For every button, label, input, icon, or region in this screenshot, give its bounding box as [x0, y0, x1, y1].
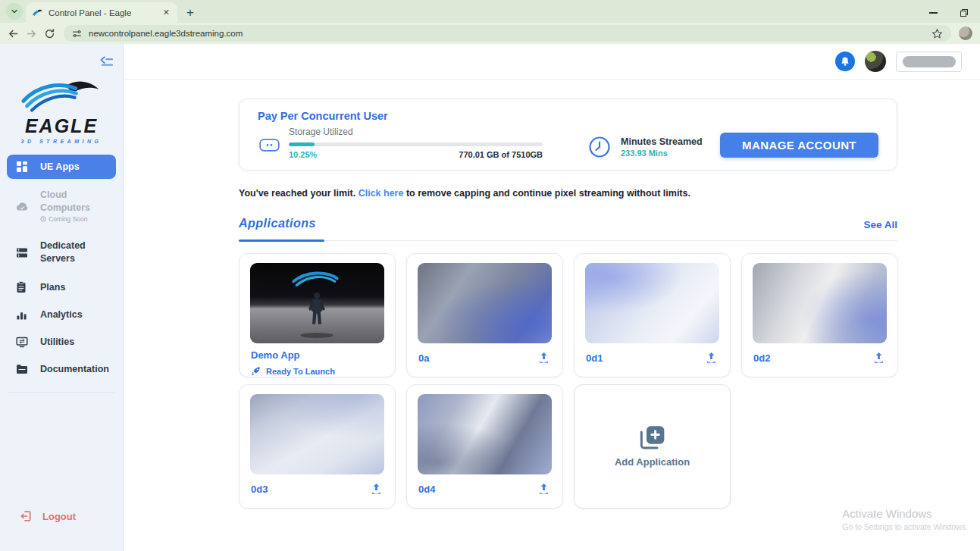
upload-icon[interactable]: [537, 352, 550, 364]
sidebar-item-label: Plans: [40, 282, 65, 293]
logo-subtitle: 3D STREAMING: [0, 139, 123, 144]
collapse-menu-icon: [100, 56, 113, 67]
sidebar-item-plans[interactable]: Plans: [7, 275, 116, 299]
app-thumbnail: [250, 394, 384, 474]
utilities-monitor-icon: [16, 337, 29, 348]
billing-card: Pay Per Concurrent User Storage Utilized…: [239, 99, 897, 171]
watermark-line1: Activate Windows: [842, 507, 968, 520]
app-name: Demo App: [251, 349, 384, 361]
limit-notice-suffix: to remove capping and continue pixel str…: [403, 188, 690, 199]
tab-search-button[interactable]: [6, 3, 23, 20]
app-name: 0d1: [586, 352, 603, 364]
limit-notice: You've reached your limit. Click here to…: [239, 188, 897, 199]
sidebar-item-documentation[interactable]: Documentation: [7, 358, 116, 380]
eagle-favicon-icon: [32, 8, 43, 17]
app-name: 0d2: [753, 352, 770, 364]
bookmark-star-icon[interactable]: [931, 28, 943, 39]
remove-capping-link[interactable]: Click here: [358, 188, 404, 199]
chevron-down-icon: [10, 7, 19, 16]
upload-icon[interactable]: [705, 352, 718, 364]
sidebar-item-cloud-computers[interactable]: Cloud Computers Coming Soon: [7, 183, 116, 230]
url-text: newcontrolpanel.eagle3dstreaming.com: [89, 29, 925, 38]
browser-tab[interactable]: Control Panel - Eagle ✕: [26, 2, 177, 23]
sidebar-item-label: Documentation: [40, 364, 109, 374]
sidebar-collapse-button[interactable]: [100, 56, 113, 70]
app-card-demo-app[interactable]: Demo App Ready To Launch: [239, 253, 396, 377]
new-tab-button[interactable]: +: [186, 6, 194, 19]
user-avatar[interactable]: [865, 51, 886, 72]
storage-usage-block: Storage Utilized 10.25% 770.01 GB of 751…: [289, 127, 543, 159]
upload-icon[interactable]: [370, 483, 383, 495]
window-controls: [929, 9, 980, 23]
storage-label: Storage Utilized: [289, 127, 543, 137]
storage-progress-fill: [289, 142, 315, 146]
forward-button[interactable]: [24, 27, 38, 40]
window-restore-button[interactable]: [960, 9, 968, 17]
app-name: 0d4: [418, 484, 435, 495]
watermark-line2: Go to Settings to activate Windows.: [842, 522, 968, 531]
storage-percent: 10.25%: [289, 150, 317, 159]
tab-close-icon[interactable]: ✕: [161, 8, 171, 17]
sidebar-item-label: Cloud Computers: [40, 189, 90, 213]
app-thumbnail: [418, 263, 552, 343]
applications-grid: Demo App Ready To Launch 0a: [239, 253, 897, 509]
window-minimize-button[interactable]: [929, 12, 938, 14]
activate-windows-watermark: Activate Windows Go to Settings to activ…: [842, 507, 968, 531]
notifications-button[interactable]: [835, 52, 855, 71]
app-card-0d4[interactable]: 0d4: [406, 384, 563, 509]
reload-button[interactable]: [42, 27, 56, 40]
logout-label: Logout: [42, 511, 76, 522]
url-bar[interactable]: newcontrolpanel.eagle3dstreaming.com: [64, 25, 951, 42]
sidebar-item-label: Dedicated Servers: [40, 239, 105, 265]
see-all-link[interactable]: See All: [863, 219, 897, 230]
demo-scene-art: [250, 263, 384, 343]
cloud-icon: [16, 201, 29, 211]
upload-icon[interactable]: [537, 483, 550, 495]
servers-icon: [16, 247, 29, 258]
browser-toolbar: newcontrolpanel.eagle3dstreaming.com: [0, 23, 980, 44]
documentation-folder-icon: [16, 364, 29, 374]
app-status-label: Ready To Launch: [266, 367, 335, 376]
bell-icon: [840, 56, 850, 67]
top-header: [124, 44, 980, 80]
browser-window: Control Panel - Eagle ✕ + newcontrolpane…: [0, 0, 980, 551]
app-thumbnail: [418, 394, 552, 474]
storage-progress-track: [289, 142, 543, 146]
applications-header: Applications See All: [239, 217, 897, 241]
coming-soon-badge: Coming Soon: [40, 215, 105, 224]
minutes-value: 233.93 Mins: [621, 149, 703, 158]
tab-title: Control Panel - Eagle: [49, 8, 156, 17]
rocket-icon: [251, 366, 261, 376]
add-application-card[interactable]: Add Application: [574, 384, 731, 509]
apps-grid-icon: [16, 161, 29, 173]
eagle-logo: EAGLE 3D STREAMING: [0, 76, 123, 144]
app-card-0d2[interactable]: 0d2: [741, 253, 898, 377]
sidebar-nav: UE Apps Cloud Computers Coming Soon: [0, 155, 123, 393]
app-card-0a[interactable]: 0a: [406, 253, 563, 377]
clock-small-icon: [40, 216, 46, 222]
app-card-0d1[interactable]: 0d1: [574, 253, 731, 377]
logo-title: EAGLE: [0, 115, 123, 137]
sidebar-divider: [8, 392, 114, 393]
browser-tabstrip: Control Panel - Eagle ✕ +: [0, 0, 980, 23]
limit-notice-prefix: You've reached your limit.: [239, 188, 358, 199]
reload-icon: [44, 28, 55, 39]
account-name-placeholder: [903, 56, 956, 67]
sidebar-item-dedicated-servers[interactable]: Dedicated Servers: [7, 233, 116, 271]
manage-account-button[interactable]: MANAGE ACCOUNT: [720, 133, 878, 158]
upload-icon[interactable]: [872, 352, 885, 364]
sidebar-item-analytics[interactable]: Analytics: [7, 303, 116, 327]
app-card-0d3[interactable]: 0d3: [239, 384, 396, 509]
sidebar-item-utilities[interactable]: Utilities: [7, 330, 116, 354]
account-menu[interactable]: [896, 52, 962, 72]
browser-profile-avatar[interactable]: [959, 27, 972, 40]
sidebar-item-ue-apps[interactable]: UE Apps: [7, 155, 116, 179]
page-content: Pay Per Concurrent User Storage Utilized…: [239, 99, 897, 509]
back-button[interactable]: [6, 27, 20, 40]
logout-button[interactable]: Logout: [20, 510, 76, 522]
add-application-label: Add Application: [615, 456, 690, 468]
sidebar-item-label: Analytics: [40, 309, 83, 320]
storage-icon: [259, 139, 280, 155]
applications-tab-underline: [239, 239, 324, 242]
logout-icon: [20, 510, 33, 522]
